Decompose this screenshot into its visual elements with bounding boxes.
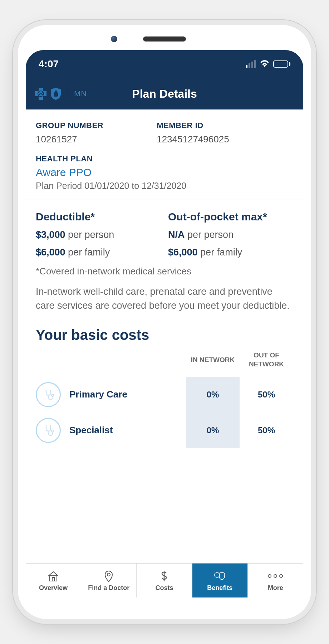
svg-point-5: [107, 573, 110, 576]
bluecross-cross-icon: [34, 87, 47, 101]
table-row: Primary Care 0% 50%: [36, 377, 293, 413]
plan-info-section: GROUP NUMBER MEMBER ID 10261527 12345127…: [26, 109, 303, 200]
preventive-note: In-network well-child care, prenatal car…: [36, 285, 293, 313]
app-screen: 4:07: [26, 50, 303, 597]
col-in-network: IN NETWORK: [186, 356, 240, 365]
battery-icon: [273, 60, 290, 68]
health-plan-label: HEALTH PLAN: [36, 154, 293, 164]
map-pin-icon: [102, 569, 116, 583]
member-id-value: 12345127496025: [157, 134, 293, 145]
svg-point-2: [51, 430, 54, 432]
cellular-signal-icon: [246, 60, 256, 68]
table-row: Specialist 0% 50%: [36, 413, 293, 448]
basic-costs-title: Your basic costs: [26, 323, 303, 351]
deductible-heading: Deductible*: [36, 211, 161, 223]
scroll-content[interactable]: GROUP NUMBER MEMBER ID 10261527 12345127…: [26, 109, 303, 563]
row-out-network-value: 50%: [240, 413, 293, 448]
tab-costs[interactable]: Costs: [137, 564, 192, 597]
row-in-network-value: 0%: [186, 377, 240, 413]
deductible-per-family: $6,000 per family: [36, 247, 161, 258]
member-id-label: MEMBER ID: [157, 121, 293, 130]
speaker-icon: [143, 36, 186, 42]
cost-summary-section: Deductible* Out-of-pocket max* $3,000 pe…: [26, 200, 303, 323]
stethoscope-icon: [36, 382, 61, 407]
group-number-label: GROUP NUMBER: [36, 121, 149, 130]
tab-label: Overview: [39, 584, 68, 592]
plan-period: Plan Period 01/01/2020 to 12/31/2020: [36, 181, 293, 191]
phone-device-frame: 4:07: [18, 25, 311, 619]
wifi-icon: [260, 58, 270, 70]
house-icon: [46, 569, 60, 583]
status-bar: 4:07: [26, 50, 303, 78]
blueshield-shield-icon: [49, 87, 62, 101]
svg-rect-4: [52, 577, 54, 581]
row-out-network-value: 50%: [240, 377, 293, 413]
stethoscope-icon: [36, 418, 61, 443]
coverage-footnote: *Covered in-network medical services: [36, 266, 293, 277]
app-header: MN Plan Details: [26, 78, 303, 109]
group-number-value: 10261527: [36, 134, 149, 145]
tab-find-doctor[interactable]: Find a Doctor: [81, 564, 137, 597]
row-in-network-value: 0%: [186, 413, 240, 448]
row-label: Primary Care: [64, 389, 186, 400]
oop-per-family: $6,000 per family: [168, 247, 293, 258]
logo-state-code: MN: [74, 89, 87, 98]
page-title: Plan Details: [132, 87, 197, 101]
oop-per-person: N/A per person: [168, 229, 293, 240]
tab-label: More: [268, 584, 283, 592]
more-dots-icon: [268, 569, 283, 583]
svg-point-1: [51, 394, 54, 396]
tab-overview[interactable]: Overview: [26, 564, 81, 597]
plan-name-link[interactable]: Aware PPO: [36, 166, 293, 179]
row-label: Specialist: [64, 425, 186, 436]
tab-benefits[interactable]: Benefits: [192, 564, 248, 597]
cross-shield-icon: [213, 569, 227, 583]
deductible-per-person: $3,000 per person: [36, 229, 161, 240]
logo-divider: [68, 88, 68, 99]
status-right: [246, 58, 290, 70]
svg-rect-3: [50, 575, 57, 581]
basic-costs-table: IN NETWORK OUT OF NETWORK Primary Care 0…: [26, 351, 303, 448]
camera-icon: [111, 36, 117, 42]
oop-max-heading: Out-of-pocket max*: [168, 211, 293, 223]
dollar-icon: [157, 569, 171, 583]
status-time: 4:07: [39, 58, 59, 70]
tab-more[interactable]: More: [248, 564, 303, 597]
brand-logo: MN: [34, 87, 87, 101]
tab-label: Costs: [155, 584, 173, 592]
phone-notch: [143, 36, 186, 42]
bottom-tab-bar: Overview Find a Doctor Costs Benefits: [26, 563, 303, 597]
col-out-of-network: OUT OF NETWORK: [240, 351, 293, 369]
tab-label: Find a Doctor: [88, 584, 129, 592]
tab-label: Benefits: [207, 584, 232, 592]
